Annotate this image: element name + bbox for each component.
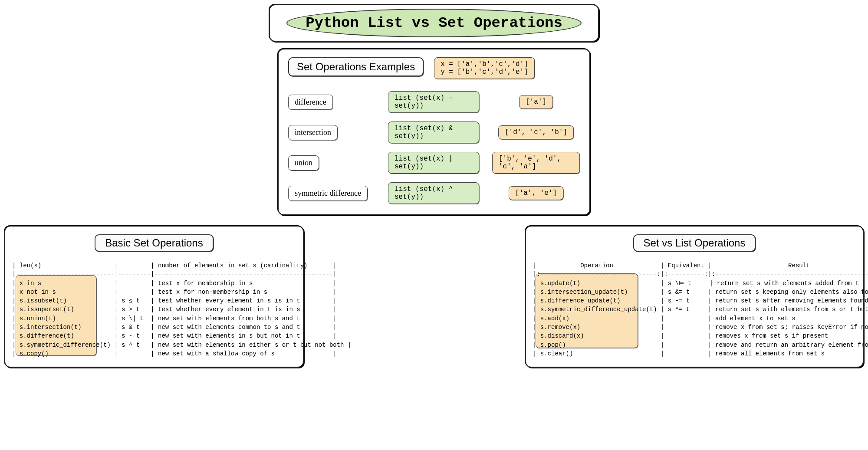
example-row: difference list (set(x) - set(y)) ['a']: [288, 91, 580, 113]
examples-setup: x = ['a','b','c','d'] y = ['b','c','d','…: [434, 57, 535, 79]
example-result: ['d', 'c', 'b']: [498, 125, 574, 139]
example-result: ['b', 'e', 'd', 'c', 'a']: [492, 152, 580, 174]
setvslist-heading: Set vs List Operations: [633, 234, 756, 252]
examples-heading: Set Operations Examples: [288, 57, 424, 76]
example-row: union list (set(x) | set(y)) ['b', 'e', …: [288, 152, 580, 174]
example-expr: list (set(x) - set(y)): [388, 91, 479, 113]
bottom-row: Basic Set Operations | len(s) | | number…: [4, 226, 864, 368]
example-result: ['a']: [519, 95, 553, 109]
example-name: intersection: [288, 125, 338, 140]
example-expr: list (set(x) ^ set(y)): [388, 182, 479, 204]
basic-table: | len(s) | | number of elements in set s…: [12, 261, 296, 358]
example-expr: list (set(x) | set(y)): [388, 152, 479, 174]
basic-heading: Basic Set Operations: [95, 234, 213, 252]
example-name: union: [288, 155, 319, 171]
example-row: intersection list (set(x) & set(y)) ['d'…: [288, 122, 580, 143]
example-result: ['a', 'e']: [509, 186, 563, 200]
example-name: difference: [288, 95, 333, 110]
title-ellipse: Python List vs Set Operations: [286, 9, 582, 37]
setvslist-panel: Set vs List Operations | Operation | Equ…: [525, 226, 864, 368]
examples-header: Set Operations Examples x = ['a','b','c'…: [288, 57, 580, 79]
basic-panel: Basic Set Operations | len(s) | | number…: [4, 226, 304, 368]
example-name: symmetric difference: [288, 186, 368, 201]
setvslist-table: | Operation | Equivalent | Result | |:--…: [533, 261, 856, 358]
title-panel: Python List vs Set Operations: [269, 4, 599, 42]
page-title: Python List vs Set Operations: [306, 15, 562, 31]
examples-panel: Set Operations Examples x = ['a','b','c'…: [278, 49, 590, 215]
example-expr: list (set(x) & set(y)): [388, 122, 479, 143]
example-row: symmetric difference list (set(x) ^ set(…: [288, 182, 580, 204]
